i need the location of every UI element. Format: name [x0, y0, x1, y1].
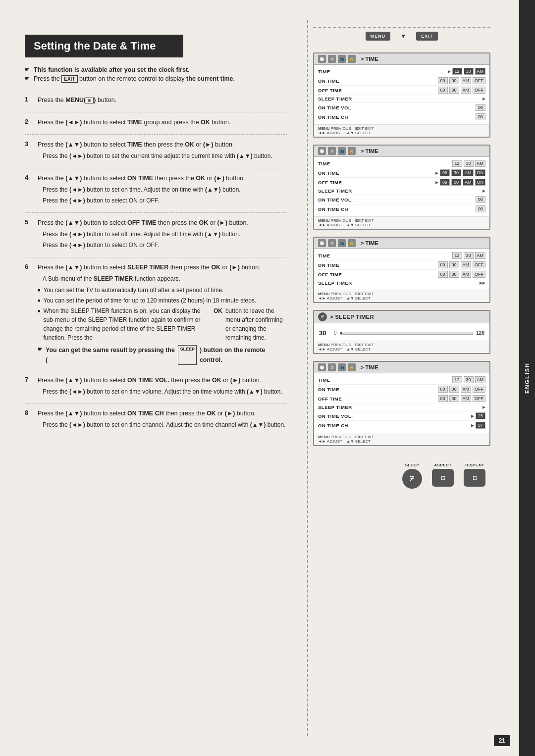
tv-icon-lock: 🔒: [348, 55, 356, 63]
tv-screen-4: 🕐 ⚙ 📺 🔒 > TIME TIME 12 30 AM ON: [313, 361, 490, 446]
tv3-icon-settings: ⚙: [328, 239, 336, 247]
tv3-icon-clock: 🕐: [318, 239, 326, 247]
language-sidebar: ENGLISH: [519, 0, 535, 756]
step-4: 4 Press the (▲▼) button to select ON TIM…: [25, 168, 287, 213]
step-3: 3 Press the (▲▼) button to select TIME t…: [25, 135, 287, 168]
display-btn-icon[interactable]: ⊟: [464, 469, 485, 487]
menu-button[interactable]: MENU: [366, 32, 391, 41]
tv-icon-clock: 🕐: [318, 55, 326, 63]
right-panel: MENU ▼ EXIT 🕐 ⚙ 📺 🔒 > TIME TIME ▶: [307, 20, 495, 736]
tv2-icon-settings: ⚙: [328, 147, 336, 155]
tv4-icon-tv: 📺: [338, 363, 346, 371]
sleep-timer-screen: Ƶ > SLEEP TIMER 30 0 120 MENU PREVIOUS E…: [313, 310, 490, 354]
tv4-icon-settings: ⚙: [328, 363, 336, 371]
aspect-btn-icon[interactable]: ⊡: [432, 469, 454, 487]
step-6: 6 Press the (▲▼) button to select SLEEP …: [25, 257, 287, 370]
tv3-icon-tv: 📺: [338, 239, 346, 247]
intro-bullets: This function is available after you set…: [25, 66, 287, 82]
tv-icon-settings: ⚙: [328, 55, 336, 63]
sleep-btn-icon[interactable]: Ƶ: [402, 469, 422, 489]
aspect-remote-btn: ASPECT ⊡: [432, 463, 454, 489]
exit-button[interactable]: EXIT: [416, 32, 438, 41]
step-7: 7 Press the (▲▼) button to select ON TIM…: [25, 370, 287, 404]
bottom-remote-buttons: SLEEP Ƶ ASPECT ⊡ DISPLAY ⊟: [313, 457, 490, 489]
steps-list: 1 Press the MENU(⊞) button. 2 Press the …: [25, 90, 287, 437]
intro-bullet-1: This function is available after you set…: [25, 66, 287, 73]
language-label: ENGLISH: [524, 362, 530, 394]
tv-screen-2: 🕐 ⚙ 📺 🔒 > TIME TIME 12 30 AM ON: [313, 145, 490, 230]
page-number: 21: [494, 735, 510, 746]
step-5: 5 Press the (▲▼) button to select OFF TI…: [25, 213, 287, 257]
tv2-icon-tv: 📺: [338, 147, 346, 155]
tv2-icon-lock: 🔒: [348, 147, 356, 155]
tv4-icon-clock: 🕐: [318, 363, 326, 371]
tv-screen-1: 🕐 ⚙ 📺 🔒 > TIME TIME ▶ 12 30 AM: [313, 52, 490, 138]
tv-icon-tv: 📺: [338, 55, 346, 63]
remote-top-bar: MENU ▼ EXIT: [313, 27, 490, 47]
step-1: 1 Press the MENU(⊞) button.: [25, 90, 287, 112]
step-2: 2 Press the (◄►) button to select TIME g…: [25, 112, 287, 135]
sleep-remote-btn: SLEEP Ƶ: [402, 463, 422, 489]
display-remote-btn: DISPLAY ⊟: [464, 463, 485, 489]
tv4-icon-lock: 🔒: [348, 363, 356, 371]
tv-screen-3: 🕐 ⚙ 📺 🔒 > TIME TIME 12 30 AM ON: [313, 237, 490, 303]
intro-bullet-2: Press the EXIT button on the remote cont…: [25, 75, 287, 82]
page-title: Setting the Date & Time: [25, 35, 183, 57]
step-8: 8 Press the (▲▼) button to select ON TIM…: [25, 403, 287, 437]
tv3-icon-lock: 🔒: [348, 239, 356, 247]
sleep-icon: Ƶ: [318, 312, 327, 321]
tv2-icon-clock: 🕐: [318, 147, 326, 155]
